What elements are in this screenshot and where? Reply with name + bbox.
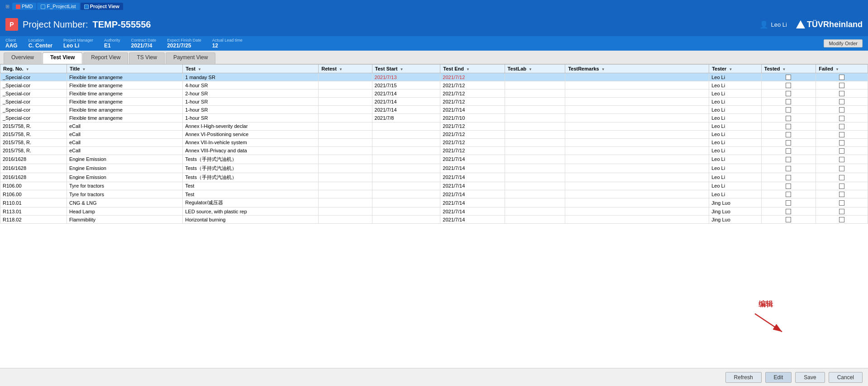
tested-checkbox[interactable] bbox=[786, 192, 791, 197]
save-button[interactable]: Save bbox=[795, 372, 825, 383]
cell-tested[interactable] bbox=[761, 138, 816, 146]
modify-order-button[interactable]: Modify Order bbox=[824, 39, 863, 47]
cell-tested[interactable] bbox=[761, 81, 816, 89]
cell-failed[interactable] bbox=[816, 130, 868, 138]
cell-tested[interactable] bbox=[761, 106, 816, 114]
refresh-button[interactable]: Refresh bbox=[725, 372, 762, 383]
tab-projectlist[interactable]: F_ProjectList bbox=[37, 3, 79, 10]
cell-tested[interactable] bbox=[761, 216, 816, 224]
tab-tsview[interactable]: TS View bbox=[129, 52, 164, 64]
cell-failed[interactable] bbox=[816, 89, 868, 98]
tab-paymentview[interactable]: Payment View bbox=[166, 52, 215, 64]
failed-checkbox[interactable] bbox=[839, 99, 844, 104]
tested-checkbox[interactable] bbox=[786, 209, 791, 214]
col-tester[interactable]: Tester ▼ bbox=[709, 65, 762, 73]
col-failed[interactable]: Failed ▼ bbox=[816, 65, 868, 73]
table-row[interactable]: 2015/758, R. eCall Annex VII-In-vehicle … bbox=[0, 138, 868, 146]
failed-checkbox[interactable] bbox=[839, 184, 844, 189]
tab-reportview[interactable]: Report View bbox=[83, 52, 128, 64]
cell-tested[interactable] bbox=[761, 198, 816, 207]
col-title[interactable]: Title ▼ bbox=[67, 65, 182, 73]
failed-checkbox[interactable] bbox=[839, 175, 844, 180]
cell-failed[interactable] bbox=[816, 182, 868, 190]
table-row[interactable]: R106.00 Tyre for tractors Test 2021/7/14… bbox=[0, 182, 868, 190]
tested-checkbox[interactable] bbox=[786, 140, 791, 146]
table-row[interactable]: 2016/1628 Engine Emission Tests（手持式汽油机） … bbox=[0, 164, 868, 173]
table-row[interactable]: R106.00 Tyre for tractors Test 2021/7/14… bbox=[0, 190, 868, 198]
tested-checkbox[interactable] bbox=[786, 217, 791, 222]
tested-checkbox[interactable] bbox=[786, 175, 791, 180]
tested-checkbox[interactable] bbox=[786, 75, 791, 80]
tested-checkbox[interactable] bbox=[786, 166, 791, 171]
cell-tested[interactable] bbox=[761, 89, 816, 98]
cell-tested[interactable] bbox=[761, 146, 816, 155]
table-row[interactable]: 2016/1628 Engine Emission Tests（手持式汽油机） … bbox=[0, 173, 868, 182]
tested-checkbox[interactable] bbox=[786, 148, 791, 154]
tested-checkbox[interactable] bbox=[786, 132, 791, 137]
col-retest[interactable]: Retest ▼ bbox=[319, 65, 372, 73]
tested-checkbox[interactable] bbox=[786, 184, 791, 189]
failed-checkbox[interactable] bbox=[839, 217, 844, 222]
cell-failed[interactable] bbox=[816, 138, 868, 146]
tested-checkbox[interactable] bbox=[786, 91, 791, 96]
table-row[interactable]: 2015/758, R. eCall Annex VIII-Privacy an… bbox=[0, 146, 868, 155]
table-row[interactable]: _Special-cor Flexible time arrangeme 1 m… bbox=[0, 73, 868, 81]
tested-checkbox[interactable] bbox=[786, 99, 791, 104]
cell-failed[interactable] bbox=[816, 155, 868, 164]
cell-tested[interactable] bbox=[761, 98, 816, 106]
failed-checkbox[interactable] bbox=[839, 75, 844, 80]
col-teststart[interactable]: Test Start ▼ bbox=[372, 65, 440, 73]
cell-tested[interactable] bbox=[761, 130, 816, 138]
tested-checkbox[interactable] bbox=[786, 107, 791, 113]
cell-failed[interactable] bbox=[816, 98, 868, 106]
tested-checkbox[interactable] bbox=[786, 124, 791, 129]
failed-checkbox[interactable] bbox=[839, 107, 844, 113]
cell-tested[interactable] bbox=[761, 114, 816, 122]
table-row[interactable]: 2015/758, R. eCall Annex VI-Positioning … bbox=[0, 130, 868, 138]
table-row[interactable]: R118.02 Flammibility Horizontal burning … bbox=[0, 216, 868, 224]
cell-tested[interactable] bbox=[761, 207, 816, 216]
cell-failed[interactable] bbox=[816, 81, 868, 89]
failed-checkbox[interactable] bbox=[839, 166, 844, 171]
cell-failed[interactable] bbox=[816, 198, 868, 207]
tab-overview[interactable]: Overview bbox=[4, 52, 42, 64]
table-row[interactable]: R113.01 Head Lamp LED source, with plast… bbox=[0, 207, 868, 216]
tested-checkbox[interactable] bbox=[786, 83, 791, 88]
tested-checkbox[interactable] bbox=[786, 116, 791, 121]
cell-failed[interactable] bbox=[816, 146, 868, 155]
cell-failed[interactable] bbox=[816, 73, 868, 81]
failed-checkbox[interactable] bbox=[839, 148, 844, 154]
table-row[interactable]: 2016/1628 Engine Emission Tests（手持式汽油机） … bbox=[0, 155, 868, 164]
failed-checkbox[interactable] bbox=[839, 157, 844, 162]
failed-checkbox[interactable] bbox=[839, 200, 844, 206]
failed-checkbox[interactable] bbox=[839, 91, 844, 96]
cell-tested[interactable] bbox=[761, 73, 816, 81]
cell-failed[interactable] bbox=[816, 164, 868, 173]
cell-tested[interactable] bbox=[761, 182, 816, 190]
tab-pmd[interactable]: PMD bbox=[12, 3, 36, 10]
cell-failed[interactable] bbox=[816, 190, 868, 198]
cell-tested[interactable] bbox=[761, 122, 816, 130]
failed-checkbox[interactable] bbox=[839, 209, 844, 214]
table-row[interactable]: 2015/758, R. eCall Annex I-High-severity… bbox=[0, 122, 868, 130]
cell-tested[interactable] bbox=[761, 173, 816, 182]
cell-failed[interactable] bbox=[816, 173, 868, 182]
col-tested[interactable]: Tested ▼ bbox=[761, 65, 816, 73]
failed-checkbox[interactable] bbox=[839, 140, 844, 146]
col-testend[interactable]: Test End ▼ bbox=[440, 65, 505, 73]
failed-checkbox[interactable] bbox=[839, 124, 844, 129]
tested-checkbox[interactable] bbox=[786, 200, 791, 206]
cell-failed[interactable] bbox=[816, 106, 868, 114]
col-test[interactable]: Test ▼ bbox=[183, 65, 319, 73]
table-row[interactable]: _Special-cor Flexible time arrangeme 1-h… bbox=[0, 106, 868, 114]
cell-failed[interactable] bbox=[816, 207, 868, 216]
failed-checkbox[interactable] bbox=[839, 83, 844, 88]
table-row[interactable]: _Special-cor Flexible time arrangeme 1-h… bbox=[0, 98, 868, 106]
cell-failed[interactable] bbox=[816, 122, 868, 130]
cell-tested[interactable] bbox=[761, 155, 816, 164]
tab-testview[interactable]: Test View bbox=[43, 52, 82, 64]
table-row[interactable]: _Special-cor Flexible time arrangeme 4-h… bbox=[0, 81, 868, 89]
cell-tested[interactable] bbox=[761, 190, 816, 198]
cell-failed[interactable] bbox=[816, 114, 868, 122]
table-row[interactable]: _Special-cor Flexible time arrangeme 2-h… bbox=[0, 89, 868, 98]
